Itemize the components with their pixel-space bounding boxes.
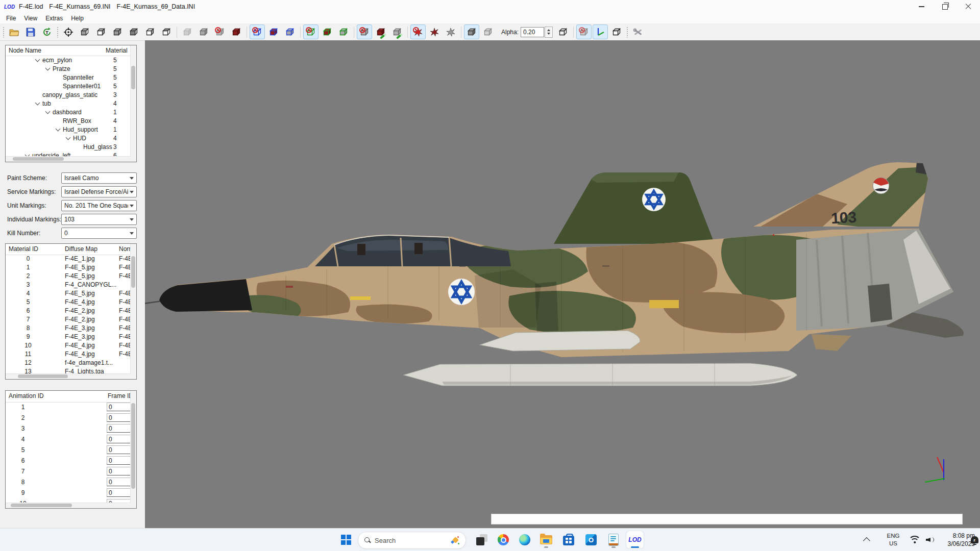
edit-cube-button[interactable] [373, 24, 388, 39]
tree-node-row[interactable]: HUD 4 [6, 134, 131, 142]
tray-expand-button[interactable] [861, 531, 875, 548]
service-markings-select[interactable]: Israel Defense Force/Air F [61, 186, 137, 197]
notification-center-button[interactable]: z [968, 531, 980, 548]
tree-node-row[interactable]: tub 4 [6, 99, 131, 108]
frame-id-input[interactable]: 0 [107, 488, 131, 497]
taskbar-app-explorer[interactable] [537, 531, 555, 548]
taskbar-app-snipping[interactable] [473, 531, 491, 548]
tools-button[interactable] [630, 24, 646, 39]
material-row[interactable]: 7 F-4E_2.jpg F-4E_ [6, 315, 131, 324]
material-row[interactable]: 3 F-4_CANOPYGL... [6, 281, 131, 289]
individual-markings-select[interactable]: 103 [61, 214, 137, 225]
effects-red-button[interactable] [427, 24, 442, 39]
animation-vertical-scrollbar[interactable] [130, 391, 136, 508]
tree-horizontal-scrollbar[interactable] [6, 156, 131, 162]
kill-number-select[interactable]: 0 [61, 228, 137, 239]
language-indicator[interactable]: ENG US [882, 532, 904, 547]
effects-hide-button[interactable] [410, 24, 426, 39]
tree-node-row[interactable]: ecm_pylon 5 [6, 56, 131, 64]
frame-id-input[interactable]: 0 [107, 435, 131, 443]
hide-selection-button[interactable] [212, 24, 228, 39]
frame-id-input[interactable]: 0 [107, 403, 131, 411]
material-row[interactable]: 11 F-4E_4.jpg F-4E_ [6, 350, 131, 359]
material-row[interactable]: 12 f-4e_damage1.t... [6, 359, 131, 367]
view-cube-1-button[interactable] [77, 24, 92, 39]
animation-row[interactable]: 7 0 [6, 466, 131, 477]
scrollbar-thumb[interactable] [13, 157, 64, 161]
scrollbar-thumb[interactable] [131, 256, 135, 288]
network-tray-button[interactable] [908, 531, 922, 548]
frame-id-input[interactable]: 0 [107, 413, 131, 422]
animation-row[interactable]: 9 0 [6, 488, 131, 498]
spin-down-icon[interactable] [547, 33, 550, 35]
menu-item[interactable]: Extras [41, 14, 67, 23]
material-row[interactable]: 2 F-4E_5.jpg F-4E_ [6, 272, 131, 281]
chevron-down-icon[interactable] [128, 201, 136, 211]
white-cube-button[interactable] [609, 24, 624, 39]
tree-node-row[interactable]: Spannteller01 5 [6, 82, 131, 90]
material-row[interactable]: 8 F-4E_3.jpg F-4E_ [6, 324, 131, 333]
alpha-spinner[interactable] [545, 27, 553, 38]
green-gray-cube-button[interactable] [336, 24, 351, 39]
animation-row[interactable]: 6 0 [6, 456, 131, 466]
animation-row[interactable]: 1 0 [6, 402, 131, 413]
wireframe-view-button[interactable] [555, 24, 571, 39]
gray-cube-button[interactable] [196, 24, 211, 39]
tree-vertical-scrollbar[interactable] [130, 45, 136, 162]
scrollbar-thumb[interactable] [131, 66, 135, 89]
blue-red-cube-button[interactable] [266, 24, 281, 39]
animation-row[interactable]: 8 0 [6, 477, 131, 488]
blue-gray-cube-button[interactable] [282, 24, 298, 39]
show-axes-button[interactable] [593, 24, 608, 39]
material-horizontal-scrollbar[interactable] [6, 373, 131, 379]
transparent-view-button[interactable] [480, 24, 496, 39]
copilot-icon[interactable] [451, 536, 459, 544]
tree-node-row[interactable]: Hud_glass 3 [6, 142, 131, 151]
green-red-cube-button[interactable] [320, 24, 335, 39]
paint-scheme-select[interactable]: Israeli Camo [61, 172, 137, 184]
frame-id-input[interactable]: 0 [107, 478, 131, 486]
blue-hide-button[interactable] [250, 24, 265, 39]
frame-id-input[interactable]: 0 [107, 445, 131, 454]
view-cube-4-button[interactable] [126, 24, 141, 39]
volume-tray-button[interactable] [923, 531, 937, 548]
restore-button[interactable] [933, 0, 957, 13]
scrollbar-thumb[interactable] [11, 504, 72, 507]
taskbar-app-notepad[interactable] [604, 531, 623, 548]
hide-axes-button[interactable] [576, 24, 592, 39]
taskbar-app-edge[interactable] [516, 531, 534, 548]
material-row[interactable]: 6 F-4E_2.jpg F-4E_ [6, 307, 131, 315]
tree-node-row[interactable]: Hud_support 1 [6, 125, 131, 134]
minimize-button[interactable] [910, 0, 933, 13]
animation-row[interactable]: 2 0 [6, 413, 131, 423]
edit-gray-cube-button[interactable] [389, 24, 405, 39]
scrollbar-thumb[interactable] [131, 403, 135, 489]
view-cube-5-button[interactable] [142, 24, 158, 39]
search-input[interactable]: Search [358, 532, 466, 549]
frame-id-input[interactable]: 0 [107, 467, 131, 475]
chevron-down-icon[interactable] [128, 187, 136, 197]
menu-item[interactable]: View [20, 14, 41, 23]
animation-row[interactable]: 4 0 [6, 434, 131, 445]
animation-row[interactable]: 5 0 [6, 445, 131, 456]
tree-node-row[interactable]: Spannteller 5 [6, 73, 131, 82]
taskbar-app-lod-viewer[interactable]: LOD [626, 531, 644, 548]
frame-id-input[interactable]: 0 [107, 456, 131, 465]
animation-row[interactable]: 3 0 [6, 423, 131, 434]
dark-red-cube-button[interactable] [229, 24, 244, 39]
menu-item[interactable]: File [2, 14, 20, 23]
menu-item[interactable]: Help [67, 14, 88, 23]
view-cube-6-button[interactable] [159, 24, 174, 39]
toolbar-gripper[interactable] [3, 27, 5, 38]
tree-node-row[interactable]: Pratze 5 [6, 64, 131, 73]
tree-node-row[interactable]: dashboard 1 [6, 108, 131, 116]
alpha-input[interactable]: 0.20 [521, 27, 544, 37]
material-row[interactable]: 1 F-4E_5.jpg F-4E_ [6, 263, 131, 272]
view-cube-3-button[interactable] [110, 24, 125, 39]
effects-gray-button[interactable] [443, 24, 458, 39]
solid-view-button[interactable] [464, 24, 479, 39]
material-row[interactable]: 4 F-4E_5.jpg F-4E_ [6, 289, 131, 298]
spin-up-icon[interactable] [547, 29, 550, 31]
save-button[interactable] [23, 24, 38, 39]
material-row[interactable]: 0 F-4E_1.jpg F-4E_ [6, 255, 131, 263]
